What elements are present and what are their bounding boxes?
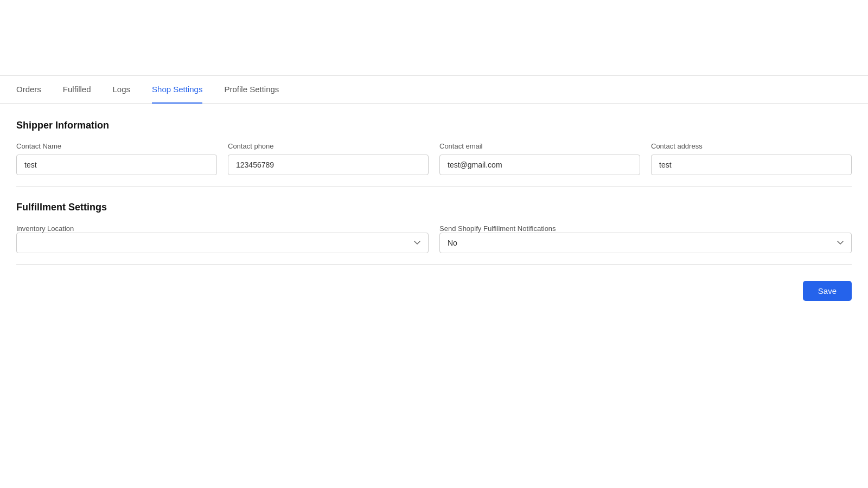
top-bar [0, 0, 868, 76]
contact-name-group: Contact Name [16, 142, 217, 175]
inventory-location-select[interactable] [16, 233, 429, 253]
contact-address-input[interactable] [651, 155, 852, 175]
contact-address-label: Contact address [651, 142, 852, 150]
notifications-group: Send Shopify Fulfillment Notifications N… [439, 224, 852, 253]
tab-profile-settings[interactable]: Profile Settings [224, 76, 279, 104]
notifications-select[interactable]: No Yes [439, 233, 852, 253]
shipper-fields-row: Contact Name Contact phone Contact email… [16, 142, 852, 175]
contact-email-input[interactable] [439, 155, 640, 175]
section-divider-2 [16, 264, 852, 265]
shipper-section: Shipper Information Contact Name Contact… [16, 120, 852, 175]
notifications-label: Send Shopify Fulfillment Notifications [439, 224, 556, 233]
contact-name-input[interactable] [16, 155, 217, 175]
tab-logs[interactable]: Logs [113, 76, 131, 104]
contact-name-label: Contact Name [16, 142, 217, 150]
fulfillment-title: Fulfillment Settings [16, 202, 852, 213]
contact-email-label: Contact email [439, 142, 640, 150]
tab-fulfilled[interactable]: Fulfilled [63, 76, 91, 104]
nav-tabs: Orders Fulfilled Logs Shop Settings Prof… [0, 76, 868, 104]
fulfillment-fields-row: Inventory Location Send Shopify Fulfillm… [16, 224, 852, 253]
contact-phone-input[interactable] [228, 155, 429, 175]
save-row: Save [16, 275, 852, 306]
contact-address-group: Contact address [651, 142, 852, 175]
contact-email-group: Contact email [439, 142, 640, 175]
tab-shop-settings[interactable]: Shop Settings [152, 76, 202, 104]
inventory-location-group: Inventory Location [16, 224, 429, 253]
section-divider-1 [16, 186, 852, 187]
save-button[interactable]: Save [803, 281, 852, 301]
main-content: Shipper Information Contact Name Contact… [0, 104, 868, 323]
contact-phone-group: Contact phone [228, 142, 429, 175]
tab-orders[interactable]: Orders [16, 76, 41, 104]
fulfillment-section: Fulfillment Settings Inventory Location … [16, 202, 852, 253]
inventory-location-label: Inventory Location [16, 224, 74, 233]
shipper-title: Shipper Information [16, 120, 852, 131]
contact-phone-label: Contact phone [228, 142, 429, 150]
